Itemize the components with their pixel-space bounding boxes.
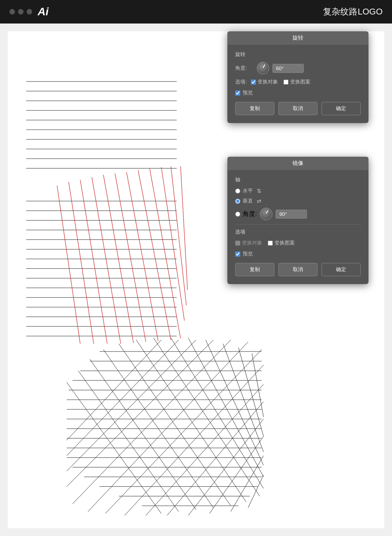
rotate-angle-row: 角度: — [235, 62, 361, 74]
svg-line-69 — [67, 340, 196, 471]
mirror-options-label: 选项 — [235, 228, 361, 235]
rotate-options-row: 选项: 变换对象 变换图案 — [235, 78, 361, 85]
panel-mirror: 镜像 轴 水平 ⇅ 垂直 ⇄ 角度: 选项 — [227, 157, 368, 284]
rotate-transform-pattern-input[interactable] — [283, 80, 289, 85]
svg-line-31 — [127, 172, 158, 341]
mirror-angle-label-radio[interactable]: 角度: — [235, 210, 257, 218]
mirror-options-row: 变换对象 变换图案 — [235, 239, 361, 246]
mirror-angle-row: 角度: — [235, 208, 361, 220]
mirror-transform-object-input[interactable] — [235, 241, 240, 246]
svg-line-63 — [206, 340, 264, 465]
mirror-vertical-row: 垂直 ⇄ — [235, 197, 361, 205]
svg-line-74 — [125, 365, 263, 516]
mirror-cancel-button[interactable]: 取消 — [278, 263, 318, 276]
mirror-ok-button[interactable]: 确定 — [321, 263, 361, 276]
rotate-cancel-button[interactable]: 取消 — [278, 102, 318, 115]
mirror-vertical-label[interactable]: 垂直 ⇄ — [235, 197, 261, 205]
svg-line-26 — [69, 182, 94, 344]
svg-line-76 — [167, 402, 263, 515]
app-name: Ai — [38, 5, 49, 18]
rotate-preview-row: 预览 — [235, 89, 361, 96]
mirror-preview-row: 预览 — [235, 250, 361, 257]
mirror-axis-label: 轴 — [235, 176, 361, 183]
maximize-button[interactable] — [27, 9, 32, 14]
svg-line-79 — [231, 456, 264, 512]
rotate-section-label: 旋转 — [235, 51, 361, 58]
rotate-transform-object-input[interactable] — [251, 80, 256, 85]
rotate-ok-button[interactable]: 确定 — [321, 102, 361, 115]
rotate-preview-checkbox[interactable] — [235, 91, 240, 96]
svg-line-66 — [252, 353, 264, 417]
vertical-mirror-icon: ⇄ — [257, 198, 261, 204]
titlebar: Ai 复杂纹路LOGO — [0, 0, 392, 24]
svg-line-25 — [57, 186, 80, 344]
rotate-buttons: 复制 取消 确定 — [235, 102, 361, 115]
svg-line-62 — [188, 338, 263, 477]
panel-mirror-body: 轴 水平 ⇅ 垂直 ⇄ 角度: 选项 — [227, 170, 368, 284]
svg-line-36 — [181, 167, 188, 290]
mixed-lines-group — [26, 167, 188, 344]
horizontal-lines-group — [26, 81, 177, 168]
svg-line-30 — [115, 173, 146, 342]
svg-line-80 — [248, 475, 263, 508]
panel-rotate: 旋转 旋转 角度: 选项: 变换对象 变换图案 预览 复制 取消 确定 — [227, 31, 368, 123]
doc-title: 复杂纹路LOGO — [323, 6, 383, 18]
mirror-divider — [235, 224, 361, 225]
rotate-options-label: 选项: — [235, 78, 247, 85]
mirror-copy-button[interactable]: 复制 — [235, 263, 274, 276]
crosshatch-group — [67, 338, 263, 516]
svg-line-27 — [80, 180, 107, 344]
mirror-angle-input[interactable] — [276, 210, 307, 219]
mirror-horizontal-label[interactable]: 水平 ⇅ — [235, 187, 261, 194]
rotate-knob[interactable] — [257, 62, 269, 74]
mirror-transform-object-checkbox[interactable]: 变换对象 — [235, 239, 262, 246]
rotate-copy-button[interactable]: 复制 — [235, 102, 274, 115]
rotate-transform-object-checkbox[interactable]: 变换对象 — [251, 78, 278, 85]
mirror-horizontal-row: 水平 ⇅ — [235, 187, 361, 194]
svg-line-56 — [90, 359, 196, 510]
svg-line-71 — [73, 340, 231, 504]
horizontal-mirror-icon: ⇅ — [257, 188, 261, 194]
svg-line-35 — [171, 167, 186, 305]
mirror-vertical-radio[interactable] — [235, 199, 240, 204]
svg-line-61 — [171, 338, 263, 489]
mirror-angle-radio[interactable] — [235, 212, 240, 217]
mirror-transform-pattern-checkbox[interactable]: 变换图案 — [268, 239, 295, 246]
mirror-preview-checkbox[interactable] — [235, 252, 240, 257]
svg-line-75 — [146, 384, 263, 516]
mirror-transform-pattern-input[interactable] — [268, 241, 273, 246]
svg-line-64 — [223, 344, 263, 452]
svg-line-72 — [88, 342, 248, 512]
mirror-buttons: 复制 取消 确定 — [235, 263, 361, 276]
panel-mirror-header: 镜像 — [227, 157, 368, 170]
mirror-horizontal-radio[interactable] — [235, 188, 240, 194]
rotate-angle-label: 角度: — [235, 65, 257, 72]
rotate-transform-pattern-checkbox[interactable]: 变换图案 — [283, 78, 310, 85]
panel-rotate-body: 旋转 角度: 选项: 变换对象 变换图案 预览 复制 取消 确定 — [227, 45, 368, 123]
panel-rotate-header: 旋转 — [227, 31, 368, 45]
minimize-button[interactable] — [18, 9, 24, 14]
rotate-angle-input[interactable] — [272, 64, 304, 73]
title-left: Ai — [9, 5, 49, 18]
svg-line-28 — [92, 177, 121, 344]
close-button[interactable] — [9, 9, 15, 14]
traffic-lights — [9, 9, 32, 14]
mirror-angle-knob[interactable] — [260, 208, 272, 220]
